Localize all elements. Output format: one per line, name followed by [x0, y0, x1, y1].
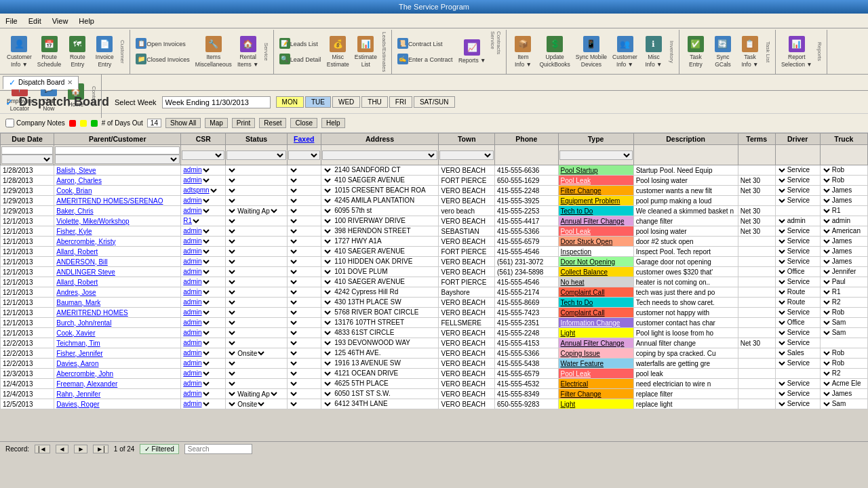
driver-dropdown-23[interactable]: ▼ [778, 400, 787, 408]
status-dropdown-1[interactable]: ▼ [228, 176, 237, 184]
csr-dropdown-18[interactable]: ▼ [202, 349, 212, 357]
status-dropdown-5[interactable]: ▼ [228, 217, 237, 225]
col-type[interactable]: Type [558, 134, 633, 145]
csr-dropdown-23[interactable]: ▼ [202, 400, 212, 408]
cell-csr-7[interactable]: admin▼ [181, 237, 226, 247]
customer-info2-button[interactable]: 👥 CustomerInfo ▼ [610, 35, 640, 68]
estimate-list-button[interactable]: 📊 EstimateList [352, 35, 380, 68]
csr-dropdown-11[interactable]: ▼ [202, 278, 212, 286]
col-address[interactable]: Address [321, 134, 439, 145]
cell-type-9[interactable]: Door Not Opening [558, 257, 633, 267]
addr-dropdown-4[interactable]: ▼ [323, 207, 333, 215]
cell-csr-23[interactable]: admin▼ [181, 399, 226, 409]
cell-csr-9[interactable]: admin▼ [181, 257, 226, 267]
cell-customer-6[interactable]: Fisher, Kyle [54, 226, 181, 237]
sync-gcals-button[interactable]: 🔄 SyncGCals [709, 35, 736, 68]
col-driver[interactable]: Driver [775, 134, 820, 145]
filter-customer-select[interactable]: ▼ [55, 155, 180, 164]
nav-prev-button[interactable]: ◄ [56, 445, 69, 453]
addr-dropdown-7[interactable]: ▼ [323, 237, 333, 245]
truck-dropdown-12[interactable]: ▼ [823, 288, 832, 296]
addr-dropdown-9[interactable]: ▼ [323, 258, 333, 266]
leads-list-button[interactable]: 📝 Leads List [277, 37, 324, 52]
truck-dropdown-2[interactable]: ▼ [823, 186, 832, 195]
addr-dropdown-17[interactable]: ▼ [323, 339, 333, 347]
menu-help[interactable]: Help [76, 16, 97, 26]
map-button[interactable]: Map [205, 118, 227, 128]
reset-button[interactable]: Reset [259, 118, 286, 128]
addr-dropdown-22[interactable]: ▼ [323, 390, 333, 398]
truck-dropdown-13[interactable]: ▼ [823, 298, 832, 306]
truck-dropdown-15[interactable]: ▼ [823, 319, 832, 327]
driver-dropdown-6[interactable]: ▼ [778, 227, 787, 235]
cell-csr-1[interactable]: admin▼ [181, 176, 226, 186]
cell-csr-5[interactable]: R1▼ [181, 216, 226, 226]
cell-csr-17[interactable]: admin▼ [181, 338, 226, 348]
status-dropdown-11[interactable]: ▼ [228, 278, 237, 286]
company-notes-checkbox[interactable] [5, 119, 14, 127]
week-input[interactable] [162, 96, 271, 108]
faxed-dropdown-3[interactable]: ▼ [290, 197, 299, 205]
faxed-dropdown-21[interactable]: ▼ [290, 380, 299, 388]
filter-date-select[interactable]: ▼ [1, 155, 53, 164]
menu-file[interactable]: File [3, 16, 20, 26]
cell-type-23[interactable]: Light [558, 399, 633, 409]
csr-dropdown-15[interactable]: ▼ [202, 319, 212, 327]
driver-dropdown-16[interactable]: ▼ [778, 329, 787, 337]
cell-customer-14[interactable]: AMERITREND HOMES [54, 308, 181, 318]
invoice-entry-button[interactable]: 📄 InvoiceEntry [91, 35, 118, 68]
driver-dropdown-2[interactable]: ▼ [778, 186, 787, 195]
task-entry-button[interactable]: ✅ TaskEntry [682, 35, 709, 68]
nav-first-button[interactable]: |◄ [35, 445, 50, 453]
status-dropdown-17[interactable]: ▼ [228, 339, 237, 347]
fri-button[interactable]: FRI [389, 96, 412, 108]
route-schedule-button[interactable]: 📅 RouteSchedule [35, 35, 64, 68]
truck-dropdown-9[interactable]: ▼ [823, 258, 832, 266]
driver-dropdown-5[interactable]: ▼ [778, 217, 787, 225]
faxed-dropdown-22[interactable]: ▼ [290, 390, 299, 398]
cell-customer-9[interactable]: ANDERSON, Bill [54, 257, 181, 267]
rental-items-button[interactable]: 🏠 RentalItems ▼ [235, 35, 262, 68]
csr-dropdown-17[interactable]: ▼ [202, 339, 212, 347]
faxed-dropdown-8[interactable]: ▼ [290, 247, 299, 256]
tab-close-button[interactable]: ✕ [67, 79, 73, 86]
driver-dropdown-3[interactable]: ▼ [778, 197, 787, 205]
cell-type-19[interactable]: Water Feature [558, 359, 633, 369]
addr-dropdown-8[interactable]: ▼ [323, 247, 333, 256]
sat-button[interactable]: SAT/SUN [414, 96, 455, 108]
cell-csr-11[interactable]: admin▼ [181, 277, 226, 287]
truck-dropdown-20[interactable]: ▼ [823, 369, 832, 378]
driver-dropdown-14[interactable]: ▼ [778, 308, 787, 317]
cell-customer-8[interactable]: Allard, Robert [54, 247, 181, 257]
cell-customer-4[interactable]: Baker, Chris [54, 206, 181, 216]
addr-dropdown-14[interactable]: ▼ [323, 308, 333, 317]
addr-dropdown-11[interactable]: ▼ [323, 278, 333, 286]
cell-type-20[interactable]: Pool Leak [558, 369, 633, 379]
cell-csr-4[interactable]: admin▼ [181, 206, 226, 216]
faxed-dropdown-1[interactable]: ▼ [290, 176, 299, 184]
col-terms[interactable]: Terms [738, 134, 775, 145]
driver-dropdown-18[interactable]: ▼ [778, 349, 787, 357]
help-button[interactable]: Help [321, 118, 345, 128]
cell-type-17[interactable]: Annual Filter Change [558, 338, 633, 348]
driver-dropdown-7[interactable]: ▼ [778, 237, 787, 245]
addr-dropdown-21[interactable]: ▼ [323, 380, 333, 388]
csr-dropdown-19[interactable]: ▼ [202, 359, 212, 367]
csr-dropdown-10[interactable]: ▼ [202, 268, 212, 276]
customer-info-button[interactable]: 👤 CustomerInfo ▼ [4, 35, 35, 68]
csr-dropdown-0[interactable]: ▼ [202, 166, 212, 174]
addr-dropdown-16[interactable]: ▼ [323, 329, 333, 337]
cell-type-11[interactable]: No heat [558, 277, 633, 287]
cell-type-4[interactable]: Tech to Do [558, 206, 633, 216]
cell-csr-15[interactable]: admin▼ [181, 318, 226, 328]
faxed-dropdown-6[interactable]: ▼ [290, 227, 299, 235]
addr-dropdown-19[interactable]: ▼ [323, 359, 333, 367]
col-phone[interactable]: Phone [495, 134, 559, 145]
faxed-dropdown-23[interactable]: ▼ [290, 400, 299, 408]
cell-csr-14[interactable]: admin▼ [181, 308, 226, 318]
cell-type-15[interactable]: Information Change [558, 318, 633, 328]
cell-customer-3[interactable]: AMERITREND HOMES/SERENAO [54, 196, 181, 206]
truck-dropdown-23[interactable]: ▼ [823, 400, 832, 408]
cell-customer-23[interactable]: Davies, Roger [54, 399, 181, 409]
driver-dropdown-9[interactable]: ▼ [778, 258, 787, 266]
